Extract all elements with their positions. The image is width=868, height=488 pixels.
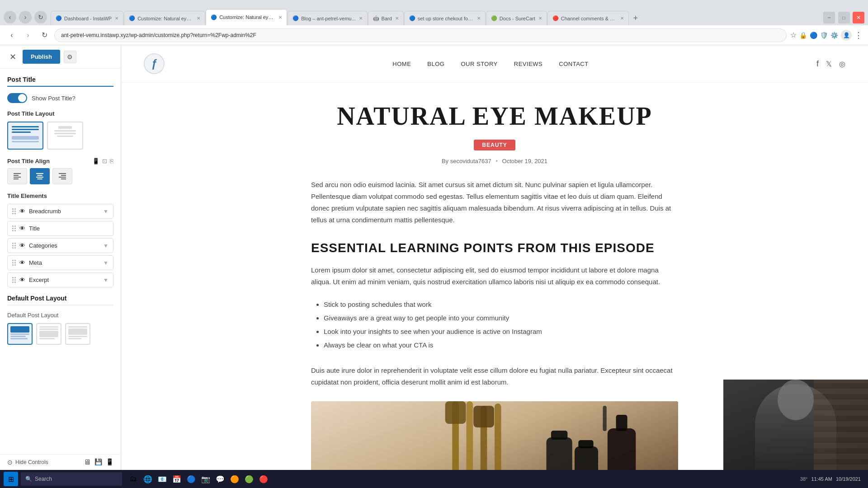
element-dropdown-icon[interactable]: ▼: [103, 208, 108, 215]
drag-handle-icon[interactable]: [12, 243, 16, 249]
taskbar-app-3[interactable]: 📧: [156, 472, 169, 486]
menu-icon[interactable]: ⋮: [854, 30, 863, 40]
element-dropdown-icon[interactable]: ▼: [103, 243, 108, 249]
element-eye-icon[interactable]: 👁: [19, 225, 25, 232]
twitter-icon[interactable]: 𝕏: [826, 60, 832, 68]
taskbar-app-4[interactable]: 📅: [170, 472, 184, 486]
tab-dashboard[interactable]: 🔵 Dashboard - InstaWP ✕: [51, 11, 123, 25]
extension-icon-4[interactable]: ⚙️: [830, 32, 838, 39]
post-layout-opt-2[interactable]: [36, 323, 61, 345]
nav-blog[interactable]: BLOG: [427, 61, 444, 67]
reload-button[interactable]: ↻: [34, 11, 47, 23]
align-center-button[interactable]: [30, 168, 50, 184]
element-meta[interactable]: 👁 Meta ▼: [7, 255, 113, 270]
close-panel-button[interactable]: ✕: [6, 51, 19, 63]
extension-icon-2[interactable]: 🔵: [810, 32, 817, 39]
tab-customize-1[interactable]: 🔵 Customize: Natural eye m... ✕: [124, 11, 205, 25]
extension-icon-1[interactable]: 🔒: [799, 32, 807, 39]
nav-contact[interactable]: CONTACT: [559, 61, 588, 67]
extension-icon-3[interactable]: 🛡️: [820, 32, 828, 39]
tab-youtube[interactable]: 🔴 Channel comments & me... ✕: [547, 11, 629, 25]
new-tab-button[interactable]: +: [629, 12, 642, 24]
maximize-button[interactable]: □: [838, 12, 850, 23]
instagram-icon[interactable]: ◎: [839, 60, 845, 68]
tab-close-icon[interactable]: ✕: [620, 16, 624, 21]
tab-label: set up store chekout form...: [418, 16, 474, 21]
device-mobile-icon[interactable]: 📱: [92, 158, 99, 164]
category-label[interactable]: BEAUTY: [474, 140, 515, 150]
facebook-icon[interactable]: f: [816, 59, 819, 69]
taskbar-app-1[interactable]: 🗂: [127, 472, 140, 486]
post-title-toggle[interactable]: [7, 93, 27, 103]
profile-icon[interactable]: 👤: [841, 30, 852, 41]
device-copy-icon[interactable]: ⎘: [110, 158, 113, 164]
element-breadcrumb[interactable]: 👁 Breadcrumb ▼: [7, 204, 113, 219]
hide-controls-icon[interactable]: ⊙: [7, 459, 13, 466]
tab-close-icon[interactable]: ✕: [359, 16, 363, 21]
layout-option-2[interactable]: [47, 122, 83, 150]
drag-handle-icon[interactable]: [12, 225, 16, 231]
tab-close-icon[interactable]: ✕: [278, 15, 282, 20]
drag-handle-icon[interactable]: [12, 260, 16, 266]
post-layout-opt-1[interactable]: [7, 323, 33, 345]
layout-option-1[interactable]: [7, 122, 43, 150]
tab-blog[interactable]: 🔵 Blog – ant-petrel-vemu... ✕: [288, 11, 367, 25]
device-tablet-icon[interactable]: ⊡: [102, 158, 107, 164]
drag-handle-icon[interactable]: [12, 277, 16, 283]
tab-surecart-setup[interactable]: 🔵 set up store chekout form... ✕: [404, 11, 486, 25]
mobile-preview-icon[interactable]: 📱: [106, 458, 113, 466]
element-dropdown-icon[interactable]: ▼: [103, 277, 108, 283]
site-logo[interactable]: ƒ: [144, 53, 165, 74]
taskbar-app-6[interactable]: 📷: [199, 472, 212, 486]
align-right-button[interactable]: [52, 168, 72, 184]
element-eye-icon[interactable]: 👁: [19, 242, 25, 249]
tab-close-icon[interactable]: ✕: [197, 16, 200, 21]
element-dropdown-icon[interactable]: ▼: [103, 260, 108, 266]
tab-surecart-docs[interactable]: 🟢 Docs - SureCart ✕: [486, 11, 547, 25]
element-title[interactable]: 👁 Title: [7, 221, 113, 236]
align-left-button[interactable]: [7, 168, 27, 184]
tab-close-icon[interactable]: ✕: [115, 16, 118, 21]
hide-controls-label[interactable]: Hide Controls: [15, 459, 48, 465]
forward-nav-button[interactable]: ›: [22, 29, 34, 42]
minimize-button[interactable]: −: [823, 12, 835, 23]
nav-reviews[interactable]: REVIEWS: [514, 61, 542, 67]
bookmark-icon[interactable]: ☆: [790, 31, 797, 39]
element-categories[interactable]: 👁 Categories ▼: [7, 238, 113, 253]
tab-close-icon[interactable]: ✕: [538, 16, 542, 21]
publish-settings-button[interactable]: ⚙: [64, 51, 76, 63]
taskbar-app-2[interactable]: 🌐: [141, 472, 155, 486]
tab-label: Customize: Natural eye m...: [219, 14, 275, 20]
tab-favicon: 🔵: [292, 15, 299, 21]
start-button[interactable]: ⊞: [4, 472, 18, 486]
publish-button[interactable]: Publish: [23, 50, 60, 64]
element-eye-icon[interactable]: 👁: [19, 277, 25, 283]
taskbar-app-8[interactable]: 🟠: [228, 472, 241, 486]
reload-nav-button[interactable]: ↻: [38, 29, 51, 42]
element-excerpt[interactable]: 👁 Excerpt ▼: [7, 272, 113, 287]
tab-bard[interactable]: 🤖 Bard ✕: [368, 11, 404, 25]
nav-home[interactable]: HOME: [392, 61, 411, 67]
element-eye-icon[interactable]: 👁: [19, 208, 25, 215]
taskbar-app-5[interactable]: 🔵: [184, 472, 198, 486]
address-input[interactable]: ant-petrel-vemu.instawp.xyz/wp-admin/cus…: [54, 28, 787, 42]
drag-handle-icon[interactable]: [12, 208, 16, 214]
tablet-preview-icon[interactable]: 💾: [94, 458, 102, 466]
svg-rect-2: [14, 177, 21, 178]
taskbar-app-10[interactable]: 🔴: [257, 472, 270, 486]
close-window-button[interactable]: ✕: [853, 12, 864, 23]
taskbar-app-7[interactable]: 💬: [213, 472, 227, 486]
hide-controls-row: ⊙ Hide Controls: [7, 459, 48, 466]
tab-close-icon[interactable]: ✕: [477, 16, 481, 21]
tab-customize-active[interactable]: 🔵 Customize: Natural eye m... ✕: [206, 9, 287, 25]
nav-our-story[interactable]: OUR STORY: [461, 61, 497, 67]
taskbar-app-9[interactable]: 🟢: [242, 472, 256, 486]
element-eye-icon[interactable]: 👁: [19, 259, 25, 266]
back-nav-button[interactable]: ‹: [5, 29, 18, 42]
forward-button[interactable]: ›: [19, 11, 32, 23]
back-button[interactable]: ‹: [4, 11, 16, 23]
desktop-preview-icon[interactable]: 🖥: [84, 458, 91, 466]
taskbar-search-box[interactable]: 🔍 Search: [21, 472, 122, 486]
tab-close-icon[interactable]: ✕: [395, 16, 399, 21]
post-layout-opt-3[interactable]: [65, 323, 90, 345]
